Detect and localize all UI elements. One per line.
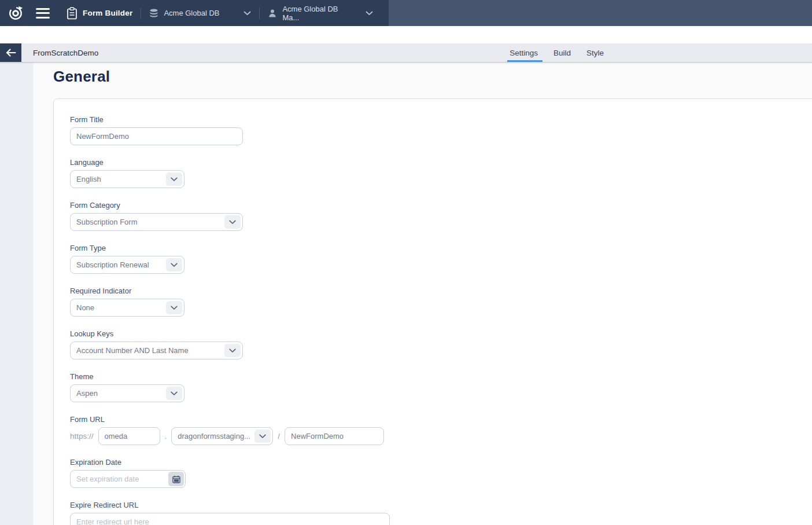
arrow-left-icon bbox=[6, 49, 16, 57]
form-builder-app: Form Builder Acme Global DB bbox=[0, 0, 812, 525]
chevron-down-icon bbox=[224, 344, 241, 357]
form-category-field: Form Category Subscription Form bbox=[70, 201, 812, 231]
language-label: Language bbox=[70, 158, 812, 167]
form-url-row: https:// . dragonformsstaging.... / bbox=[70, 427, 812, 445]
top-navbar: Form Builder Acme Global DB bbox=[0, 0, 812, 26]
page-title: General bbox=[53, 68, 110, 86]
expire-redirect-url-label: Expire Redirect URL bbox=[70, 501, 812, 509]
tab-style[interactable]: Style bbox=[586, 43, 604, 62]
back-button[interactable] bbox=[0, 43, 21, 62]
url-domain-select[interactable]: dragonformsstaging.... bbox=[171, 427, 273, 445]
breadcrumb-form-name: FromScratchDemo bbox=[33, 49, 98, 57]
form-type-select-value: Subscription Renewal bbox=[76, 260, 149, 269]
language-field: Language English bbox=[70, 158, 812, 188]
url-subdomain-input[interactable] bbox=[98, 427, 160, 445]
language-select[interactable]: English bbox=[70, 170, 184, 188]
required-indicator-select[interactable]: None bbox=[70, 299, 184, 317]
form-title-input[interactable] bbox=[70, 127, 243, 145]
form-header-bar: FromScratchDemo Settings Build Style bbox=[0, 43, 812, 63]
lookup-keys-field: Lookup Keys Account Number AND Last Name bbox=[70, 329, 812, 359]
account-selector-label: Acme Global DB Ma... bbox=[282, 5, 356, 22]
chevron-down-icon bbox=[254, 429, 271, 443]
url-slash-separator: / bbox=[278, 432, 280, 440]
theme-label: Theme bbox=[70, 372, 812, 381]
chevron-down-icon bbox=[243, 11, 251, 16]
theme-select-value: Aspen bbox=[76, 389, 98, 398]
form-category-label: Form Category bbox=[70, 201, 812, 210]
lookup-keys-label: Lookup Keys bbox=[70, 329, 812, 338]
form-url-field: Form URL https:// . dragonformsstaging..… bbox=[70, 415, 812, 445]
required-indicator-field: Required Indicator None bbox=[70, 287, 812, 317]
chevron-down-icon bbox=[166, 301, 182, 314]
omeda-logo-icon[interactable] bbox=[8, 5, 24, 21]
expiration-date-field: Expiration Date bbox=[70, 458, 812, 488]
tab-settings[interactable]: Settings bbox=[510, 43, 538, 62]
chevron-down-icon bbox=[166, 172, 182, 186]
navbar-divider bbox=[141, 8, 141, 19]
chevron-down-icon bbox=[166, 387, 182, 400]
url-domain-select-value: dragonformsstaging.... bbox=[178, 432, 250, 440]
chevron-down-icon bbox=[166, 258, 182, 271]
person-icon bbox=[268, 9, 277, 18]
chevron-down-icon bbox=[366, 11, 373, 16]
lookup-keys-select-value: Account Number AND Last Name bbox=[76, 346, 189, 355]
form-type-field: Form Type Subscription Renewal bbox=[70, 244, 812, 274]
expiration-date-label: Expiration Date bbox=[70, 458, 812, 467]
database-selector-label: Acme Global DB bbox=[164, 9, 238, 17]
tab-bar: Settings Build Style bbox=[510, 43, 604, 62]
expire-redirect-url-input[interactable] bbox=[70, 513, 390, 525]
expiration-date-wrap bbox=[70, 470, 186, 488]
content-area: General Form Title Language English Form… bbox=[0, 63, 812, 525]
form-type-select[interactable]: Subscription Renewal bbox=[70, 256, 184, 274]
expire-redirect-url-field: Expire Redirect URL bbox=[70, 501, 812, 525]
theme-select[interactable]: Aspen bbox=[70, 384, 184, 402]
navbar-divider bbox=[259, 8, 260, 19]
database-selector[interactable]: Acme Global DB bbox=[149, 9, 251, 18]
calendar-icon[interactable] bbox=[168, 472, 184, 486]
url-dot-separator: . bbox=[165, 432, 167, 440]
theme-field: Theme Aspen bbox=[70, 372, 812, 402]
general-settings-card: Form Title Language English Form Categor… bbox=[53, 98, 812, 525]
lookup-keys-select[interactable]: Account Number AND Last Name bbox=[70, 342, 243, 359]
url-path-input[interactable] bbox=[285, 427, 384, 445]
database-icon bbox=[149, 9, 158, 18]
app-title: Form Builder bbox=[83, 9, 132, 17]
form-category-select-value: Subscription Form bbox=[76, 218, 137, 226]
account-selector[interactable]: Acme Global DB Ma... bbox=[268, 5, 373, 22]
form-type-label: Form Type bbox=[70, 244, 812, 252]
form-title-label: Form Title bbox=[70, 115, 812, 124]
clipboard-icon bbox=[67, 7, 77, 20]
form-url-label: Form URL bbox=[70, 415, 812, 424]
navbar-left-section: Form Builder Acme Global DB bbox=[0, 0, 389, 26]
chevron-down-icon bbox=[224, 215, 241, 229]
tab-build[interactable]: Build bbox=[553, 43, 571, 62]
left-rail bbox=[0, 63, 33, 525]
navbar-right-section bbox=[389, 0, 812, 26]
form-category-select[interactable]: Subscription Form bbox=[70, 213, 243, 231]
url-protocol-text: https:// bbox=[70, 432, 94, 440]
form-title-field: Form Title bbox=[70, 115, 812, 145]
hamburger-icon[interactable] bbox=[36, 8, 50, 19]
required-indicator-select-value: None bbox=[76, 303, 94, 312]
language-select-value: English bbox=[76, 175, 101, 183]
required-indicator-label: Required Indicator bbox=[70, 287, 812, 295]
